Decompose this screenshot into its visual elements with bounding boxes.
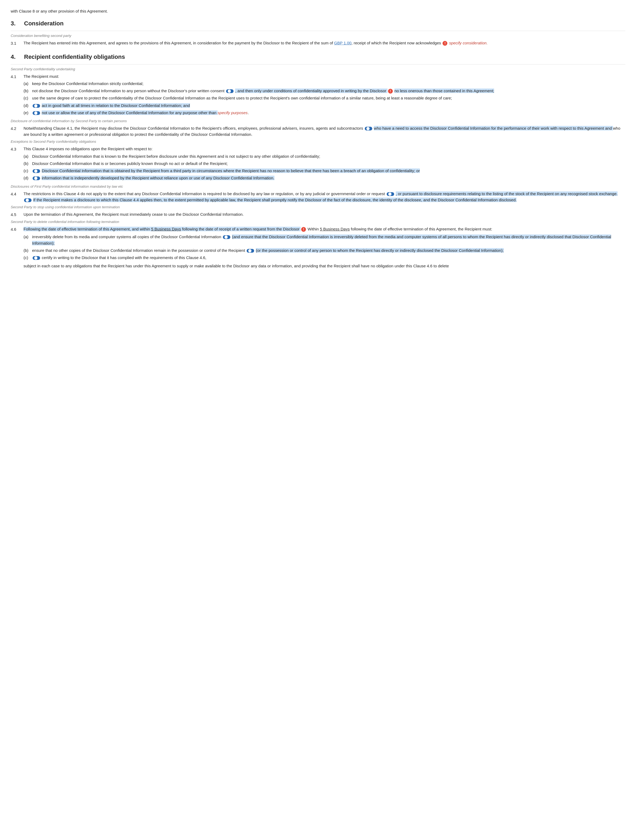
- clause-4-3: 4.3 This Clause 4 imposes no obligations…: [11, 146, 625, 182]
- highlighted-4-4-b: If the Recipient makes a disclosure to w…: [33, 197, 516, 202]
- section-3-title: Consideration: [24, 19, 64, 28]
- clause-label-consideration: Consideration benefiting second party: [11, 33, 625, 39]
- sub-4-1-c: (c) use the same degree of care to prote…: [24, 95, 625, 101]
- specify-purposes: specify purposes: [217, 111, 248, 115]
- highlighted-4-6-a: (and ensure that the Disclosor Confident…: [32, 234, 611, 245]
- specify-consideration: specify consideration.: [449, 41, 488, 45]
- clause-3-1: 3.1 The Recipient has entered into this …: [11, 40, 625, 46]
- highlighted-4-1-b: , and then only under conditions of conf…: [235, 88, 387, 93]
- highlighted-4-6-b: (or the possession or control of any per…: [256, 248, 504, 253]
- error-icon-4-1-b[interactable]: !: [388, 89, 393, 93]
- section-4-header: 4. Recipient confidentiality obligations: [11, 52, 625, 62]
- toggle-4-1-b[interactable]: [226, 89, 233, 93]
- clause-label-4-3: Exceptions to Second Party confidentiali…: [11, 139, 625, 145]
- section-4-number: 4.: [11, 52, 24, 62]
- toggle-4-1-e[interactable]: [33, 111, 40, 115]
- sub-4-1-e: (e) not use or allow the use of any of t…: [24, 110, 625, 116]
- section-3-number: 3.: [11, 19, 24, 28]
- gbp-amount: GBP 1.00: [334, 41, 351, 45]
- toggle-4-3-c[interactable]: [33, 169, 40, 173]
- highlighted-4-2: who have a need to access the Disclosor …: [374, 126, 613, 131]
- sub-4-3-b: (b) Disclosor Confidential Information t…: [24, 160, 625, 167]
- error-icon-4-6[interactable]: !: [301, 227, 306, 232]
- section-3-header: 3. Consideration: [11, 19, 625, 28]
- toggle-4-2[interactable]: [365, 127, 372, 131]
- toggle-4-6-a[interactable]: [223, 235, 230, 239]
- clause-4-4: 4.4 The restrictions in this Clause 4 do…: [11, 191, 625, 203]
- top-text: with Clause 8 or any other provision of …: [11, 8, 625, 14]
- highlighted-4-4-a: , or pursuant to disclosure requirements…: [396, 191, 617, 196]
- error-icon-3-1[interactable]: !: [442, 41, 447, 46]
- sub-4-6-a: (a) irreversibly delete from its media a…: [24, 234, 625, 246]
- sub-4-1-a: (a) keep the Disclosor Confidential Info…: [24, 81, 625, 87]
- clause-label-4-6: Second Party to delete confidential info…: [11, 219, 625, 225]
- sub-4-3-c: (c) Disclosor Confidential Information t…: [24, 167, 625, 174]
- clause-label-4-5: Second Party to stop using confidential …: [11, 205, 625, 210]
- toggle-4-6-c[interactable]: [33, 256, 40, 260]
- clause-4-6-footer: subject in each case to any obligations …: [24, 263, 625, 269]
- clause-label-4-4: Disclosures of First Party confidential …: [11, 184, 625, 189]
- toggle-4-4-a[interactable]: [387, 192, 394, 196]
- sub-4-1-d: (d) act in good faith at all times in re…: [24, 103, 625, 109]
- highlighted-4-1-b-2: no less onerous than those contained in …: [394, 88, 494, 93]
- toggle-4-3-d[interactable]: [33, 177, 40, 180]
- toggle-4-6-b[interactable]: [247, 249, 254, 253]
- section-4-title: Recipient confidentiality obligations: [24, 52, 125, 62]
- toggle-4-1-d[interactable]: [33, 104, 40, 108]
- clause-4-5: 4.5 Upon the termination of this Agreeme…: [11, 211, 625, 218]
- toggle-4-4-b[interactable]: [24, 198, 31, 202]
- sub-4-6-b: (b) ensure that no other copies of the D…: [24, 247, 625, 253]
- clause-label-4-2: Disclosure of confidential information b…: [11, 118, 625, 124]
- clause-4-1: 4.1 The Recipient must: (a) keep the Dis…: [11, 73, 625, 117]
- sub-4-6-c: (c) certify in writing to the Disclosor …: [24, 254, 625, 261]
- highlighted-4-6-intro: Following the date of effective terminat…: [24, 227, 301, 231]
- clause-label-4-1: Second Party confidentiality undertaking: [11, 66, 625, 72]
- clause-4-2: 4.2 Notwithstanding Clause 4.1, the Reci…: [11, 125, 625, 138]
- highlighted-4-3-c: Disclosor Confidential Information that …: [42, 169, 420, 173]
- highlighted-4-1-e: not use or allow the use of any of the D…: [42, 111, 217, 115]
- sub-4-3-a: (a) Disclosor Confidential Information t…: [24, 153, 625, 159]
- highlighted-4-3-d: information that is independently develo…: [42, 176, 274, 180]
- highlighted-4-1-d: act in good faith at all times in relati…: [42, 103, 190, 108]
- sub-4-3-d: (d) information that is independently de…: [24, 175, 625, 181]
- page-content: with Clause 8 or any other provision of …: [11, 8, 625, 269]
- clause-4-6: 4.6 Following the date of effective term…: [11, 226, 625, 269]
- sub-4-1-b: (b) not disclose the Disclosor Confident…: [24, 88, 625, 94]
